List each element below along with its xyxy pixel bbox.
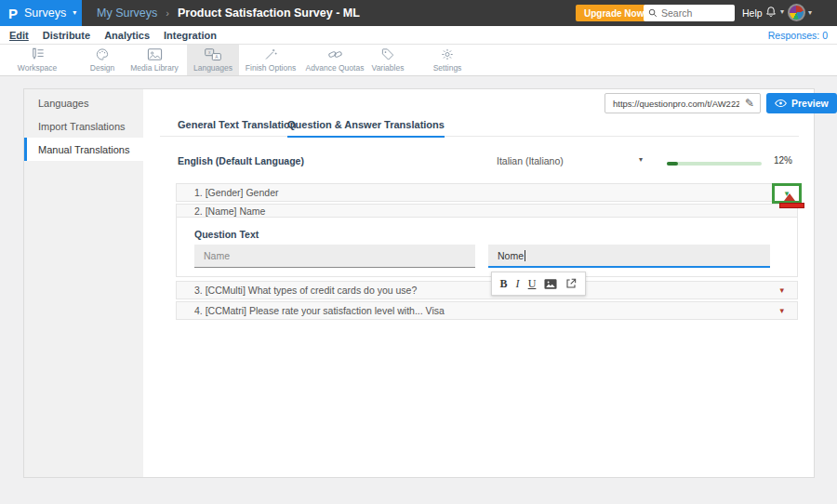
search-input[interactable] (661, 7, 728, 19)
translation-progress-percent: 12% (774, 155, 792, 166)
survey-title: Product Satisfaction Survey - ML (178, 7, 360, 20)
account-menu[interactable]: ▾ (788, 4, 812, 21)
tab-general-text-translation[interactable]: General Text Translation (178, 119, 297, 136)
translations-card: Languages Import Translations Manual Tra… (23, 88, 815, 478)
open-external-button[interactable] (565, 278, 577, 289)
preview-label: Preview (791, 98, 829, 109)
edit-toolbar: Workspace Design Media Library xA Langua… (0, 45, 837, 76)
translation-progress-fill (667, 162, 678, 166)
format-toolbar: B I U (491, 272, 586, 296)
survey-url[interactable]: https://questionpro.com/t/AW22Zd1S1 (605, 99, 739, 109)
toolbar-variables[interactable]: Variables (358, 45, 418, 75)
avatar (788, 4, 805, 21)
bold-button[interactable]: B (500, 278, 508, 289)
chevron-down-icon[interactable]: ▾ (639, 156, 643, 164)
toolbar-finish-options[interactable]: Finish Options (237, 45, 304, 75)
bell-icon (764, 5, 777, 20)
underline-button[interactable]: U (528, 278, 537, 289)
toolbar-workspace[interactable]: Workspace (7, 45, 67, 75)
product-switcher[interactable]: P Surveys ▾ (0, 0, 82, 26)
text-cursor (525, 250, 525, 261)
question-text-label: Question Text (194, 229, 259, 240)
translation-value: Nome (498, 250, 524, 261)
image-icon (147, 47, 163, 61)
section-nav: Edit Distribute Analytics Integration Re… (0, 26, 837, 45)
question-title: 4. [CCMatri] Please rate your satisfacti… (194, 305, 445, 316)
source-text-field: Name (194, 245, 475, 268)
chevron-down-icon: ▾ (780, 8, 784, 16)
wand-icon (263, 47, 278, 61)
sidebar-item-import-translations[interactable]: Import Translations (24, 114, 143, 138)
top-header: P Surveys ▾ My Surveys › Product Satisfa… (0, 0, 837, 26)
sidebar-item-languages[interactable]: Languages (24, 91, 143, 114)
questionpro-app: P Surveys ▾ My Surveys › Product Satisfa… (0, 0, 837, 504)
tab-question-answer-translations[interactable]: Question & Answer Translations (287, 119, 445, 138)
toolbar-media-library[interactable]: Media Library (122, 45, 187, 75)
product-menu-label: Surveys (24, 7, 66, 20)
breadcrumb-separator-icon: › (166, 7, 169, 19)
expand-caret-icon[interactable]: ▾ (779, 285, 784, 295)
chevron-down-icon: ▾ (808, 9, 812, 17)
workspace-icon (30, 47, 46, 61)
question-title: 3. [CCMulti] What types of credit cards … (194, 285, 417, 296)
question-title: 2. [Name] Name (194, 206, 265, 217)
question-row-ccmulti[interactable]: 3. [CCMulti] What types of credit cards … (176, 281, 798, 299)
nav-integration[interactable]: Integration (164, 30, 217, 41)
nav-analytics[interactable]: Analytics (104, 30, 150, 41)
preview-button[interactable]: Preview (766, 93, 837, 113)
target-language-select[interactable]: Italian (Italiano) (497, 155, 564, 166)
insert-image-icon (544, 279, 557, 289)
collapse-caret-icon[interactable] (784, 193, 795, 201)
red-underline-annotation (779, 203, 804, 208)
survey-url-box: https://questionpro.com/t/AW22Zd1S1 ✎ (604, 93, 761, 113)
responses-count[interactable]: Responses: 0 (768, 30, 828, 41)
chevron-down-icon: ▾ (73, 9, 76, 17)
translation-input[interactable]: Nome (488, 245, 770, 268)
tab-divider (160, 136, 799, 137)
palette-icon (95, 47, 110, 61)
help-link[interactable]: Help (742, 7, 763, 19)
eye-icon (775, 99, 787, 108)
toolbar-settings[interactable]: Settings (418, 45, 477, 75)
question-title: 1. [Gender] Gender (194, 187, 278, 198)
nav-distribute[interactable]: Distribute (43, 30, 90, 41)
source-language-label: English (Default Language) (178, 155, 304, 166)
sidebar-item-manual-translations[interactable]: Manual Translations (24, 138, 143, 161)
question-row-name[interactable]: 2. [Name] Name (176, 204, 798, 218)
italic-button[interactable]: I (516, 278, 520, 289)
notifications-menu[interactable]: ▾ (764, 5, 784, 20)
upgrade-now-button[interactable]: Upgrade Now (576, 5, 652, 21)
question-row-gender[interactable]: 1. [Gender] Gender ▾ (176, 183, 798, 202)
search-icon (648, 8, 658, 18)
expand-caret-icon[interactable]: ▾ (779, 306, 784, 315)
tag-icon (380, 47, 395, 61)
translation-editor-panel: Question Text Name Nome (176, 218, 798, 277)
gear-icon (440, 47, 455, 61)
svg-text:x: x (208, 50, 211, 55)
global-search[interactable] (644, 5, 735, 21)
chain-links-icon (327, 47, 343, 61)
question-row-ccmatri[interactable]: 4. [CCMatri] Please rate your satisfacti… (176, 301, 798, 320)
insert-image-button[interactable] (544, 279, 557, 289)
edit-url-icon[interactable]: ✎ (739, 94, 760, 113)
translations-sidebar: Languages Import Translations Manual Tra… (24, 89, 143, 477)
nav-edit[interactable]: Edit (9, 30, 29, 41)
toolbar-languages[interactable]: xA Languages (187, 45, 239, 75)
translate-icon: xA (205, 48, 221, 61)
breadcrumb-my-surveys[interactable]: My Surveys (97, 7, 157, 20)
questionpro-logo-icon: P (8, 7, 18, 20)
breadcrumb: My Surveys › Product Satisfaction Survey… (97, 0, 360, 26)
translation-progress-bar (667, 162, 762, 166)
external-link-icon (565, 278, 577, 289)
